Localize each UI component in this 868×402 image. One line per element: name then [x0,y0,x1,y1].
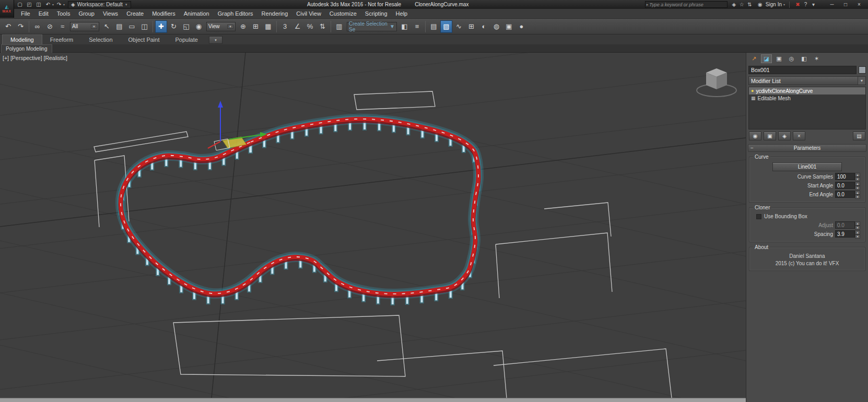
spacing-field[interactable]: 3.9 [835,230,855,238]
object-color-swatch[interactable] [859,66,866,74]
new-scene-icon[interactable]: ▢ [16,1,24,8]
viewport-label[interactable]: [+] [Perspective] [Realistic] [3,55,67,61]
configure-modifier-sets-button[interactable]: ▤ [853,132,865,140]
ribbon-tab-object-paint[interactable]: Object Paint [121,35,168,44]
chevron-down-icon[interactable]: ▼ [91,25,97,29]
modifier-stack-item[interactable]: ●ycdivfxCloneAlongCurve [749,87,865,94]
window-crossing-button[interactable]: ◫ [138,20,150,33]
parameters-rollout-header[interactable]: − Parameters [748,144,866,152]
workspace-dropdown[interactable]: ◈ Workspace: Default ▼ [68,1,131,8]
minimize-button[interactable]: ─ [825,1,839,8]
menu-file[interactable]: File [17,9,34,19]
save-file-icon[interactable]: ◫ [34,1,43,8]
menu-customize[interactable]: Customize [325,9,361,19]
menu-create[interactable]: Create [122,9,148,19]
modifier-icon[interactable]: ▦ [751,96,756,101]
close-button[interactable]: × [852,1,866,8]
create-tab[interactable]: ↗ [748,54,759,63]
wireframe-objects[interactable] [94,91,672,398]
menu-views[interactable]: Views [99,9,122,19]
perspective-viewport[interactable]: [+] [Perspective] [Realistic] [0,53,746,398]
curve-editor-button[interactable]: ∿ [453,20,465,33]
ribbon-more-button[interactable]: ▾ [209,36,222,44]
sign-in-button[interactable]: ◉ Sign In ▾ [756,1,785,8]
angle-snap-button[interactable]: ∠ [291,20,303,33]
select-and-move-button[interactable]: ✚ [155,20,167,33]
ribbon-tab-freeform[interactable]: Freeform [42,35,81,44]
percent-snap-button[interactable]: % [304,20,316,33]
modifier-icon[interactable]: ● [751,88,754,93]
curve-pick-button[interactable]: Line001 [772,162,842,171]
search-arrow-icon[interactable]: ▸ [646,3,650,7]
edit-named-selection-sets-button[interactable]: ▥ [333,20,345,33]
unlink-selection-button[interactable]: ⊘ [44,20,56,33]
search-input[interactable] [649,2,726,7]
material-editor-button[interactable]: ◐ [478,20,490,33]
application-menu-button[interactable]: ◭ MAX [0,0,14,18]
help-dropdown-icon[interactable]: ▾ [810,1,817,8]
spinner-snap-button[interactable]: ⇅ [316,20,329,33]
toggle-ribbon-button[interactable]: ▧ [440,20,452,33]
favorites-icon[interactable]: ⇅ [746,1,754,8]
menu-animation[interactable]: Animation [180,9,214,19]
render-production-button[interactable]: ● [515,20,527,33]
use-pivot-point-button[interactable]: ⊕ [237,20,249,33]
spinner[interactable]: ▲▼ [855,173,860,180]
show-end-result-button[interactable]: ▣ [764,132,776,140]
timeline-strip[interactable] [0,398,746,402]
menu-edit[interactable]: Edit [34,9,53,19]
use-bounding-box-checkbox[interactable] [756,214,761,219]
menu-help[interactable]: Help [392,9,412,19]
ribbon-tab-modeling[interactable]: Modeling [2,34,42,44]
curve-samples-field[interactable]: 100 [835,173,855,180]
select-and-place-button[interactable]: ◉ [193,20,205,33]
display-tab[interactable]: ◧ [799,54,810,63]
end-angle-field[interactable]: 0.0 [835,191,855,198]
start-angle-field[interactable]: 0.0 [835,182,855,189]
select-and-rotate-button[interactable]: ↻ [168,20,180,33]
communication-center-icon[interactable]: ☆ [738,1,746,8]
open-file-icon[interactable]: ◰ [25,1,33,8]
chevron-down-icon[interactable]: ▼ [227,25,233,29]
align-button[interactable]: ≡ [411,20,423,33]
spinner[interactable]: ▲▼ [855,191,860,198]
chevron-down-icon[interactable]: ▾ [52,3,54,6]
maximize-button[interactable]: □ [839,1,852,8]
infocenter-search[interactable]: ▸ [645,1,728,8]
create-selection-set-combo[interactable]: Create Selection Se▼ [347,22,397,31]
keyboard-shortcut-override-button[interactable]: ▦ [262,20,274,33]
menu-modifiers[interactable]: Modifiers [148,9,180,19]
select-and-scale-button[interactable]: ◱ [180,20,192,33]
redo-button[interactable]: ↷ [15,20,27,33]
select-object-button[interactable]: ↖ [101,20,113,33]
rectangular-selection-button[interactable]: ▭ [126,20,138,33]
menu-graph-editors[interactable]: Graph Editors [214,9,257,19]
chevron-down-icon[interactable]: ▾ [63,3,65,6]
manage-layers-button[interactable]: ▤ [428,20,440,33]
menu-group[interactable]: Group [74,9,99,19]
viewport-scene[interactable] [0,53,746,398]
modify-tab[interactable]: ◪ [761,54,772,63]
ribbon-tab-populate[interactable]: Populate [167,35,205,44]
spinner[interactable]: ▲▼ [855,182,860,189]
schematic-view-button[interactable]: ⊞ [465,20,477,33]
pin-stack-button[interactable]: ◉ [749,132,761,140]
chevron-down-icon[interactable]: ▼ [390,23,395,29]
undo-button[interactable]: ↶ [2,20,14,33]
bind-to-space-warp-button[interactable]: ≈ [56,20,68,33]
make-unique-button[interactable]: ◈ [778,132,791,140]
exchange-apps-icon[interactable]: ✖ [794,1,802,8]
selection-filter-dropdown[interactable]: All▼ [70,22,99,31]
remove-modifier-button[interactable]: × [793,132,805,140]
select-and-link-button[interactable]: ∞ [31,20,43,33]
cloned-track-objects[interactable] [121,119,478,305]
menu-civil-view[interactable]: Civil View [292,9,325,19]
select-by-name-button[interactable]: ▤ [113,20,125,33]
object-name-field[interactable] [748,66,857,74]
polygon-modeling-tab[interactable]: Polygon Modeling [1,44,52,53]
ribbon-tab-selection[interactable]: Selection [81,35,120,44]
search-sites-icon[interactable]: ◈ [730,1,738,8]
select-and-manipulate-button[interactable]: ⊞ [250,20,262,33]
menu-tools[interactable]: Tools [53,9,75,19]
undo-icon[interactable]: ↶ [44,1,52,8]
